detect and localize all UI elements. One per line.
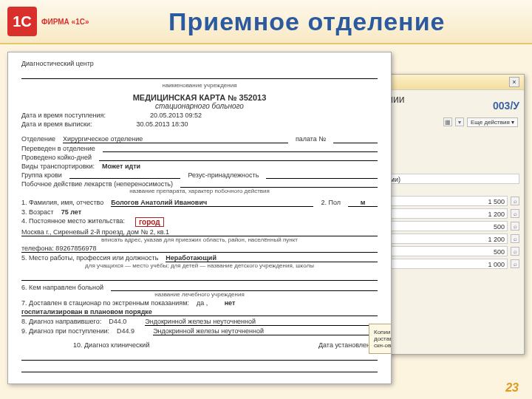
adm-diagnosis-label: 9. Диагноз при поступлении: [21,327,109,335]
underline [21,364,378,372]
workplace-value: Неработающий [166,254,378,262]
patient-name-value: Бологов Анатолий Иванович [111,199,313,207]
ref-diagnosis-label: 8. Диагноз направившего: [21,318,101,326]
lookup-icon[interactable]: ⌕ [511,247,519,256]
underline [21,70,378,79]
logo-icon: 1C [7,7,37,36]
sex-value: м [348,199,378,207]
sideeffect-label: Побочное действие лекарств (непереносимо… [21,180,173,188]
age-label: 3. Возраст [21,208,54,216]
beddays-label: Проведено койко-дней [21,154,92,161]
underline [21,352,378,361]
department-label: Отделение [21,135,55,143]
referred-by-hint: название лечебного учреждения [21,291,378,298]
form-code-badge: 003/У [493,100,519,112]
close-icon[interactable]: × [509,77,519,87]
phone-value: телефона: 89267856978 [21,245,378,253]
lookup-icon[interactable]: ⌕ [511,234,519,243]
logo-subtext: ФИРМА «1С» [41,18,89,26]
address-value: Москва г., Сиреневый 2-й проезд, дом № 2… [21,228,378,236]
clinical-diagnosis-label: 10. Диагноз клинический [73,341,149,349]
workplace-hint: для учащихся — место учёбы; для детей — … [21,262,378,269]
org-name-line: Диагностический центр [21,60,378,67]
adm-diagnosis-code: D44.9 [117,327,134,335]
rh-label: Резус-принадлежность [188,171,259,179]
transport-value: Может идти [102,163,140,170]
ward-label: палата № [296,135,326,143]
transfer-label: Переведен в отделение [21,145,95,152]
emergency-yes: да , [197,299,208,307]
emergency-label: 7. Доставлен в стационар по экстренным п… [21,299,189,307]
medical-card-document: Диагностический центр наименование учреж… [7,52,392,384]
document-title: МЕДИЦИНСКАЯ КАРТА № 352013 [21,93,378,102]
bloodtype-value [69,171,181,179]
page-title: Приемное отделение [89,7,525,36]
admission-datetime-value: 20.05.2013 09:52 [150,112,202,119]
referred-by-value [111,284,378,291]
lookup-icon[interactable]: ⌕ [511,222,519,231]
hospitalization-type: госпитализирован в плановом порядке [21,308,378,316]
referred-by-label: 6. Кем направлен больной [21,284,103,291]
admission-datetime-label: Дата и время поступления: [21,112,106,119]
toolbar-icon[interactable]: ▾ [455,117,464,126]
app-header: 1C ФИРМА «1С» Приемное отделение [0,0,532,44]
city-badge: город [135,217,164,227]
address-label: 4. Постоянное место жительства: [21,217,125,227]
sideeffect-hint: название препарата, характер побочного д… [21,188,378,194]
org-name-hint: наименование учреждения [21,82,378,89]
lookup-icon[interactable]: ⌕ [511,259,519,268]
bloodtype-label: Группа крови [21,171,62,179]
discharge-datetime-label: Дата и время выписки: [21,120,92,128]
discharge-datetime-value: 30.05.2013 18:30 [136,120,188,128]
lookup-icon[interactable]: ⌕ [511,209,519,218]
emergency-no: нет [225,299,236,307]
margin-note-box: Копии учрежд. кем доставлен или код скн-… [369,324,392,354]
document-subtitle: стационарного больного [21,102,378,110]
slide-page-number: 23 [505,381,519,395]
workspace: (1С:Предприятие) × …емном отделении 003/… [7,52,525,392]
sideeffect-value [180,180,378,188]
ref-diagnosis-code: D44.0 [109,318,126,326]
sex-label: 2. Пол [321,199,341,207]
address-hint: вписать адрес, указав для приезжих облас… [21,236,378,243]
age-value: 75 лет [61,208,81,216]
ref-diagnosis-text: Эндокринной железы неуточненной [145,318,378,326]
toolbar-icon[interactable]: ▦ [443,117,452,126]
more-actions-button[interactable]: Еще действия ▾ [467,117,518,127]
rh-value [266,171,378,179]
ward-value [333,135,378,143]
margin-note-left: Копии учрежд. кем доставлен или код скн-… [374,329,392,349]
beddays-value [99,154,378,161]
workplace-label: 5. Место работы, профессия или должность [21,254,158,262]
lookup-icon[interactable]: ⌕ [511,197,519,205]
underline [21,272,378,281]
adm-diagnosis-text: Эндокринной железы неуточненной [153,327,378,335]
transfer-value [103,145,378,152]
transport-label: Виды транспортировки: [21,163,95,170]
department-value: Хирургическое отделение [63,135,288,143]
brand-logo: 1C ФИРМА «1С» [7,7,89,36]
patient-name-label: 1. Фамилия, имя, отчество [21,199,103,207]
